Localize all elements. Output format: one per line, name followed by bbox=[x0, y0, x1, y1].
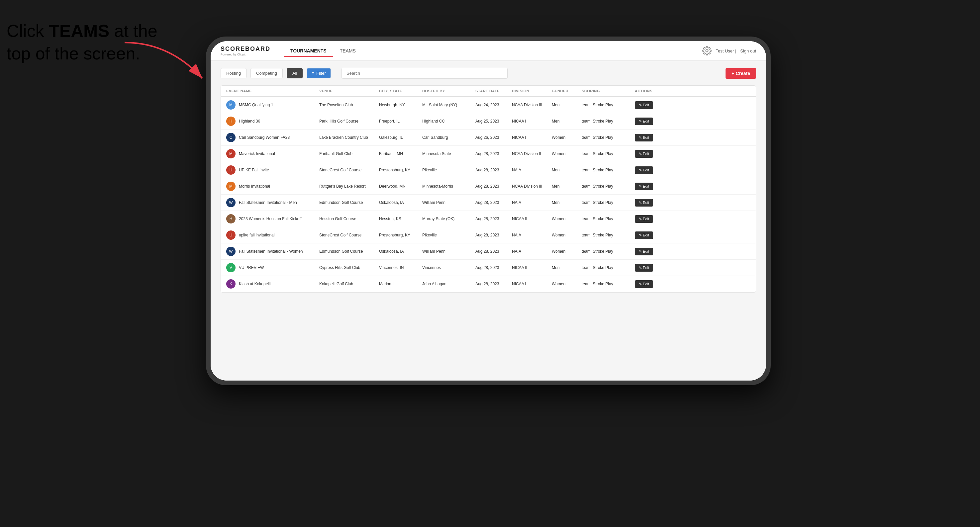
venue-cell-9: Edmundson Golf Course bbox=[319, 249, 379, 254]
edit-button-6[interactable]: ✎ Edit bbox=[635, 199, 653, 206]
division-cell-10: NICAA II bbox=[512, 265, 552, 270]
scoring-cell-6: team, Stroke Play bbox=[582, 200, 635, 205]
gender-cell-11: Women bbox=[552, 282, 582, 286]
all-filter-btn[interactable]: All bbox=[287, 68, 303, 78]
signout-link[interactable]: Sign out bbox=[740, 49, 756, 54]
edit-button-0[interactable]: ✎ Edit bbox=[635, 101, 653, 109]
col-actions: ACTIONS bbox=[635, 89, 668, 93]
app-header: SCOREBOARD Powered by Clippit TOURNAMENT… bbox=[211, 41, 766, 61]
date-cell-6: Aug 28, 2023 bbox=[476, 200, 512, 205]
event-name-4: UPIKE Fall Invite bbox=[239, 168, 269, 172]
event-name-5: Morris Invitational bbox=[239, 184, 270, 189]
city-cell-8: Prestonsburg, KY bbox=[379, 233, 422, 237]
col-city-state: CITY, STATE bbox=[379, 89, 422, 93]
hosted-cell-8: Pikeville bbox=[422, 233, 476, 237]
event-cell-6: W Fall Statesmen Invitational - Men bbox=[226, 198, 319, 207]
date-cell-0: Aug 24, 2023 bbox=[476, 103, 512, 107]
city-cell-3: Faribault, MN bbox=[379, 151, 422, 156]
edit-button-9[interactable]: ✎ Edit bbox=[635, 248, 653, 256]
venue-cell-7: Hesston Golf Course bbox=[319, 216, 379, 221]
edit-button-5[interactable]: ✎ Edit bbox=[635, 183, 653, 190]
actions-cell-10: ✎ Edit bbox=[635, 264, 668, 271]
division-cell-9: NAIA bbox=[512, 249, 552, 254]
col-event-name: EVENT NAME bbox=[226, 89, 319, 93]
division-cell-2: NICAA I bbox=[512, 135, 552, 140]
create-button[interactable]: + Create bbox=[725, 68, 756, 79]
event-icon-10: V bbox=[226, 263, 235, 272]
edit-button-7[interactable]: ✎ Edit bbox=[635, 215, 653, 223]
edit-button-1[interactable]: ✎ Edit bbox=[635, 117, 653, 125]
date-cell-9: Aug 28, 2023 bbox=[476, 249, 512, 254]
table-row: U UPIKE Fall Invite StoneCrest Golf Cour… bbox=[221, 162, 756, 178]
division-cell-8: NAIA bbox=[512, 233, 552, 237]
hosted-cell-1: Highland CC bbox=[422, 119, 476, 124]
edit-button-3[interactable]: ✎ Edit bbox=[635, 150, 653, 158]
tab-tournaments[interactable]: TOURNAMENTS bbox=[284, 46, 333, 57]
competing-filter-btn[interactable]: Competing bbox=[250, 68, 283, 78]
instruction-arrow bbox=[110, 33, 229, 100]
actions-cell-9: ✎ Edit bbox=[635, 248, 668, 256]
venue-cell-4: StoneCrest Golf Course bbox=[319, 168, 379, 172]
city-cell-10: Vincennes, IN bbox=[379, 265, 422, 270]
hosted-cell-3: Minnesota State bbox=[422, 151, 476, 156]
edit-button-8[interactable]: ✎ Edit bbox=[635, 232, 653, 239]
hosted-cell-0: Mt. Saint Mary (NY) bbox=[422, 103, 476, 107]
city-cell-11: Marion, IL bbox=[379, 282, 422, 286]
hosted-cell-4: Pikeville bbox=[422, 168, 476, 172]
event-cell-4: U UPIKE Fall Invite bbox=[226, 165, 319, 175]
gender-cell-0: Men bbox=[552, 103, 582, 107]
gender-cell-4: Men bbox=[552, 168, 582, 172]
edit-button-2[interactable]: ✎ Edit bbox=[635, 134, 653, 141]
event-cell-2: C Carl Sandburg Women FA23 bbox=[226, 133, 319, 142]
search-input[interactable] bbox=[342, 68, 508, 79]
edit-button-10[interactable]: ✎ Edit bbox=[635, 264, 653, 271]
nav-tabs: TOURNAMENTS TEAMS bbox=[284, 46, 702, 56]
edit-button-11[interactable]: ✎ Edit bbox=[635, 280, 653, 288]
event-name-8: upike fall invitational bbox=[239, 233, 274, 237]
scoring-cell-11: team, Stroke Play bbox=[582, 282, 635, 286]
event-icon-9: W bbox=[226, 247, 235, 256]
tab-teams[interactable]: TEAMS bbox=[333, 46, 363, 57]
event-icon-4: U bbox=[226, 165, 235, 175]
table-body: M MSMC Qualifying 1 The Powelton Club Ne… bbox=[221, 97, 756, 292]
gender-cell-3: Women bbox=[552, 151, 582, 156]
event-icon-7: H bbox=[226, 214, 235, 224]
city-cell-4: Prestonsburg, KY bbox=[379, 168, 422, 172]
main-content: Hosting Competing All ≡ Filter + Create … bbox=[211, 61, 766, 381]
event-cell-1: H Highland 36 bbox=[226, 117, 319, 126]
date-cell-5: Aug 28, 2023 bbox=[476, 184, 512, 189]
edit-button-4[interactable]: ✎ Edit bbox=[635, 167, 653, 174]
gender-cell-1: Men bbox=[552, 119, 582, 124]
event-icon-6: W bbox=[226, 198, 235, 207]
tablet-screen: SCOREBOARD Powered by Clippit TOURNAMENT… bbox=[211, 41, 766, 381]
table-row: W Fall Statesmen Invitational - Men Edmu… bbox=[221, 195, 756, 211]
division-cell-5: NCAA Division III bbox=[512, 184, 552, 189]
hosted-cell-10: Vincennes bbox=[422, 265, 476, 270]
event-cell-0: M MSMC Qualifying 1 bbox=[226, 100, 319, 110]
svg-point-1 bbox=[706, 50, 708, 52]
col-hosted-by: HOSTED BY bbox=[422, 89, 476, 93]
date-cell-1: Aug 25, 2023 bbox=[476, 119, 512, 124]
scoring-cell-8: team, Stroke Play bbox=[582, 233, 635, 237]
filter-icon: ≡ bbox=[312, 71, 314, 76]
col-scoring: SCORING bbox=[582, 89, 635, 93]
division-cell-3: NCAA Division II bbox=[512, 151, 552, 156]
division-cell-7: NICAA II bbox=[512, 216, 552, 221]
event-name-6: Fall Statesmen Invitational - Men bbox=[239, 200, 297, 205]
table-header: EVENT NAME VENUE CITY, STATE HOSTED BY S… bbox=[221, 86, 756, 97]
event-cell-9: W Fall Statesmen Invitational - Women bbox=[226, 247, 319, 256]
division-cell-0: NCAA Division III bbox=[512, 103, 552, 107]
date-cell-2: Aug 26, 2023 bbox=[476, 135, 512, 140]
event-name-2: Carl Sandburg Women FA23 bbox=[239, 135, 290, 140]
hosted-cell-2: Carl Sandburg bbox=[422, 135, 476, 140]
scoring-cell-7: team, Stroke Play bbox=[582, 216, 635, 221]
col-start-date: START DATE bbox=[476, 89, 512, 93]
filter-options-btn[interactable]: ≡ Filter bbox=[307, 68, 331, 78]
division-cell-6: NAIA bbox=[512, 200, 552, 205]
gender-cell-5: Men bbox=[552, 184, 582, 189]
gear-icon[interactable] bbox=[702, 46, 711, 56]
venue-cell-10: Cypress Hills Golf Club bbox=[319, 265, 379, 270]
division-cell-4: NAIA bbox=[512, 168, 552, 172]
table-row: U upike fall invitational StoneCrest Gol… bbox=[221, 227, 756, 243]
city-cell-7: Hesston, KS bbox=[379, 216, 422, 221]
